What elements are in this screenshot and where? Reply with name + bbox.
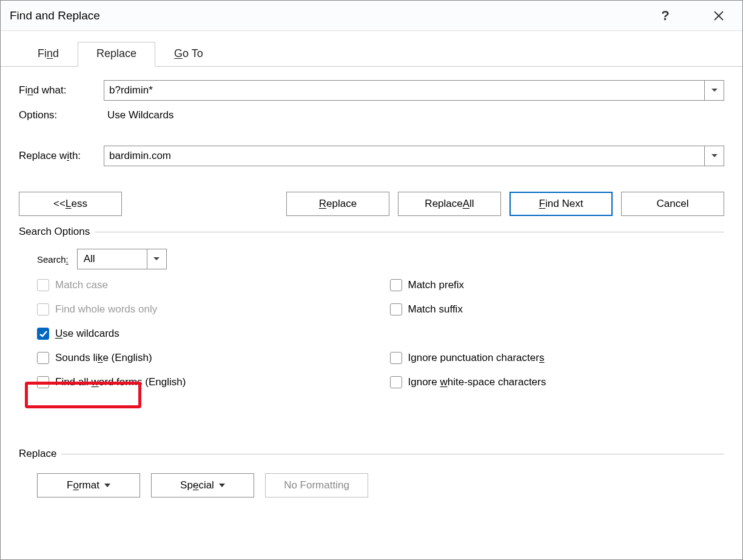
- find-next-button[interactable]: Find Next: [509, 192, 613, 216]
- no-formatting-button: No Formatting: [265, 473, 368, 498]
- replace-button[interactable]: Replace: [286, 192, 389, 216]
- dialog-title: Find and Replace: [10, 9, 651, 22]
- less-button[interactable]: << Less: [19, 192, 122, 216]
- check-label: Find all word forms (English): [55, 376, 186, 388]
- close-icon: [713, 10, 724, 21]
- tab-strip: Find Replace Go To: [1, 42, 742, 67]
- check-label: Match case: [55, 279, 108, 291]
- cancel-button[interactable]: Cancel: [621, 192, 724, 216]
- search-direction-row: Search: All: [1, 243, 742, 277]
- replace-group-label: Replace: [19, 448, 56, 460]
- tab-goto[interactable]: Go To: [155, 42, 222, 67]
- find-what-input[interactable]: [104, 81, 704, 100]
- tab-replace[interactable]: Replace: [78, 42, 155, 67]
- check-label: Sounds like (English): [55, 352, 152, 364]
- checkbox-icon: [390, 376, 402, 388]
- match-prefix-check[interactable]: Match prefix: [390, 277, 725, 294]
- search-options-header: Search Options: [1, 223, 742, 243]
- ignore-punct-check[interactable]: Ignore punctuation characters: [390, 349, 725, 366]
- divider: [61, 454, 724, 454]
- checkbox-icon: [390, 279, 402, 291]
- match-suffix-check[interactable]: Match suffix: [390, 301, 725, 318]
- replace-with-combo: [104, 146, 724, 166]
- replace-format-row: Format Special No Formatting: [1, 465, 742, 498]
- match-case-check: Match case: [37, 277, 372, 294]
- find-what-dropdown[interactable]: [704, 81, 724, 100]
- search-direction-dropdown: [147, 249, 166, 269]
- check-label: Match suffix: [408, 303, 463, 315]
- format-button[interactable]: Format: [37, 473, 140, 498]
- checkbox-icon: [37, 303, 49, 315]
- search-direction-select[interactable]: All: [77, 249, 167, 269]
- sounds-like-check[interactable]: Sounds like (English): [37, 349, 372, 366]
- dialog-body: Find Replace Go To Find what: Options: U…: [1, 31, 742, 559]
- find-replace-dialog: Find and Replace ? Find Replace Go To Fi…: [0, 0, 743, 560]
- check-label: Ignore white-space characters: [408, 376, 546, 388]
- find-what-combo: [104, 80, 724, 101]
- special-button[interactable]: Special: [151, 473, 254, 498]
- word-forms-check[interactable]: Find all word forms (English): [37, 374, 372, 391]
- search-direction-value: All: [78, 253, 147, 265]
- checkbox-icon: [37, 328, 49, 340]
- checkbox-icon: [37, 352, 49, 364]
- titlebar: Find and Replace ?: [1, 1, 742, 31]
- search-label: Search:: [37, 254, 69, 265]
- tab-find[interactable]: Find: [19, 42, 78, 67]
- chevron-down-icon: [711, 88, 718, 93]
- replace-with-input[interactable]: [104, 146, 704, 166]
- replace-with-dropdown[interactable]: [704, 146, 724, 166]
- form-area: Find what: Options: Use Wildcards Replac…: [1, 67, 742, 166]
- checkbox-icon: [390, 303, 402, 315]
- replace-all-button[interactable]: Replace All: [398, 192, 501, 216]
- close-button[interactable]: [704, 4, 733, 28]
- checkbox-icon: [37, 376, 49, 388]
- divider: [95, 232, 724, 232]
- check-label: Find whole words only: [55, 303, 157, 315]
- replace-group-header: Replace: [1, 445, 742, 465]
- ignore-ws-check[interactable]: Ignore white-space characters: [390, 374, 725, 391]
- help-button[interactable]: ?: [651, 4, 680, 28]
- check-label: Match prefix: [408, 279, 465, 291]
- chevron-down-icon: [711, 153, 718, 158]
- checkbox-grid: Match case Find whole words only Use wil…: [1, 277, 742, 391]
- chevron-down-icon: [153, 257, 160, 261]
- checkbox-icon: [37, 279, 49, 291]
- action-button-row: << Less Replace Replace All Find Next Ca…: [1, 175, 742, 223]
- check-label: Use wildcards: [55, 328, 119, 340]
- whole-words-check: Find whole words only: [37, 301, 372, 318]
- use-wildcards-check[interactable]: Use wildcards: [37, 325, 372, 342]
- find-what-label: Find what:: [19, 84, 104, 96]
- search-options-label: Search Options: [19, 226, 90, 238]
- replace-with-label: Replace with:: [19, 150, 104, 162]
- options-value: Use Wildcards: [107, 109, 174, 121]
- options-label: Options:: [19, 109, 104, 121]
- checkbox-icon: [390, 352, 402, 364]
- check-label: Ignore punctuation characters: [408, 352, 545, 364]
